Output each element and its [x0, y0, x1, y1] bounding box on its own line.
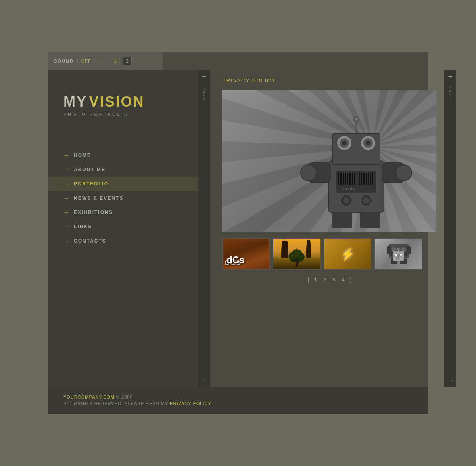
svg-rect-16 [354, 173, 355, 185]
nav-item-home[interactable]: → HOME [48, 148, 198, 162]
svg-rect-19 [361, 173, 362, 185]
footer-policy-link[interactable]: PRIVACY POLICY [170, 401, 211, 406]
svg-rect-10 [340, 173, 342, 185]
nav-item-contacts[interactable]: → CONTACTS [48, 234, 198, 248]
footer: YOURCOMPANY.COM © 2006 ALL RIGHTS RESERV… [48, 387, 428, 414]
svg-rect-31 [360, 212, 380, 228]
prev-arrow-top[interactable]: ← [201, 70, 207, 83]
main-content: PRIVACY POLICY [210, 70, 444, 291]
nav-label-links: LINKS [74, 224, 92, 229]
page-bracket-close: ] [349, 277, 351, 283]
thumbnail-1[interactable]: dCs [222, 238, 270, 270]
page-3[interactable]: 3 [331, 276, 337, 283]
svg-rect-23 [370, 173, 371, 185]
nav-label-home: HOME [74, 153, 91, 158]
top-bar: SOUND [ OFF ] ...... 1 2 [48, 52, 428, 70]
svg-rect-45 [391, 258, 397, 264]
svg-rect-46 [400, 258, 407, 264]
sound-btn-1[interactable]: 1 [111, 57, 120, 65]
svg-point-33 [301, 165, 317, 181]
nav-label-about: ABOUT ME [74, 167, 106, 172]
nav-arrow-exhibitions: → [63, 209, 69, 216]
sound-bracket-open: [ [77, 59, 78, 63]
footer-line1: YOURCOMPANY.COM © 2006 [63, 395, 413, 399]
svg-rect-24 [372, 173, 373, 185]
next-arrow-bottom[interactable]: → [447, 373, 453, 387]
svg-rect-17 [357, 173, 357, 185]
thumbnail-3[interactable]: ⚡ [324, 238, 371, 270]
nav-arrow-portfolio: → [63, 181, 69, 187]
nav-item-links[interactable]: → LINKS [48, 220, 198, 234]
nav-arrow-about: → [63, 166, 69, 173]
next-text: NEXT [449, 86, 452, 99]
footer-line2: ALL RIGHTS RESERVED. PLEASE READ MY PRIV… [63, 401, 413, 406]
nav-arrow-links: → [63, 223, 69, 230]
sound-status[interactable]: OFF [81, 59, 91, 63]
logo-area: MY VISION PHOTO PORTFOLIO [48, 70, 198, 132]
nav-item-exhibitions[interactable]: → EXHIBITIONS [48, 205, 198, 220]
svg-point-38 [355, 118, 358, 121]
nav-item-news[interactable]: → NEWS & EVENTS [48, 191, 198, 205]
svg-text:0 6 6 6 1: 0 6 6 6 1 [342, 187, 355, 191]
sound-label: SOUND [54, 59, 74, 63]
next-arrow-top[interactable]: → [447, 70, 453, 83]
svg-rect-21 [366, 173, 367, 185]
page-bracket-open: [ [308, 277, 309, 283]
nav-arrow-home: → [63, 152, 69, 159]
prev-text: PREV [203, 86, 206, 100]
nav-label-contacts: CONTACTS [74, 238, 106, 244]
page-2[interactable]: 2 [322, 276, 328, 283]
prev-arrow-bottom[interactable]: ← [201, 373, 207, 387]
svg-rect-9 [338, 173, 339, 185]
svg-point-27 [343, 197, 349, 204]
main-image: 0 6 6 6 1 [222, 90, 436, 232]
sound-bar: SOUND [ OFF ] ...... 1 2 [48, 52, 163, 70]
svg-rect-12 [345, 173, 346, 185]
logo-line: MY VISION [63, 94, 186, 110]
thumbnail-2[interactable] [273, 238, 321, 270]
content-title: PRIVACY POLICY [218, 78, 436, 84]
svg-rect-14 [349, 173, 351, 185]
svg-rect-30 [332, 212, 352, 228]
svg-rect-11 [343, 173, 344, 185]
pagination: [ 1 2 3 4 ] [218, 276, 436, 283]
nav-arrow-contacts: → [63, 238, 69, 244]
nav-label-exhibitions: EXHIBITIONS [74, 210, 113, 215]
svg-rect-13 [347, 173, 348, 185]
footer-company: YOURCOMPANY.COM [63, 395, 115, 399]
svg-point-40 [392, 247, 396, 252]
svg-rect-42 [391, 252, 407, 256]
svg-point-4 [342, 141, 347, 145]
svg-rect-15 [352, 173, 353, 185]
content-area: MY VISION PHOTO PORTFOLIO → HOME → ABOUT… [48, 70, 428, 387]
main-container: SOUND [ OFF ] ...... 1 2 MY VISION PHOTO… [48, 52, 428, 414]
page-1[interactable]: 1 [313, 276, 319, 283]
sidebar: MY VISION PHOTO PORTFOLIO → HOME → ABOUT… [48, 70, 198, 387]
sound-bracket-close: ] [94, 59, 96, 63]
thumbnail-4[interactable] [374, 238, 422, 270]
nav-item-portfolio[interactable]: → PORTFOLIO [48, 177, 198, 191]
sound-waves: ...... [99, 59, 108, 63]
nav-label-portfolio: PORTFOLIO [74, 181, 109, 187]
page-4[interactable]: 4 [340, 276, 346, 283]
svg-rect-22 [368, 173, 369, 185]
logo-subtitle: PHOTO PORTFOLIO [63, 112, 186, 116]
thumbnail-strip: dCs ⚡ [218, 238, 436, 270]
svg-point-7 [366, 141, 370, 145]
svg-point-35 [396, 165, 412, 181]
logo-my: MY [63, 94, 87, 110]
right-nav-bar: → NEXT → [444, 70, 456, 387]
sound-btn-2[interactable]: 2 [123, 57, 132, 65]
svg-rect-18 [359, 173, 360, 185]
logo-vision: VISION [89, 94, 144, 110]
svg-rect-20 [363, 173, 365, 185]
nav-item-about[interactable]: → ABOUT ME [48, 162, 198, 177]
content-wrapper: ← PREV ← → NEXT → PRIVACY POLICY [198, 70, 456, 387]
svg-rect-43 [387, 246, 391, 254]
nav-label-news: NEWS & EVENTS [74, 195, 123, 201]
svg-point-41 [401, 247, 406, 252]
robot-illustration: 0 6 6 6 1 [289, 97, 424, 232]
left-nav-bar: ← PREV ← [198, 70, 210, 387]
svg-rect-44 [407, 246, 411, 254]
nav-menu: → HOME → ABOUT ME → PORTFOLIO → NEWS & E… [48, 148, 198, 248]
